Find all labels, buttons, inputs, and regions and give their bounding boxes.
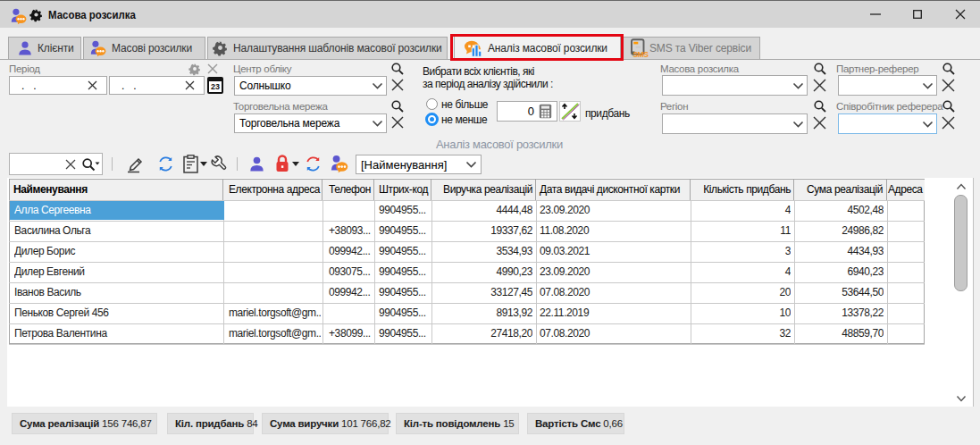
svg-text:SMS: SMS [632, 50, 649, 59]
